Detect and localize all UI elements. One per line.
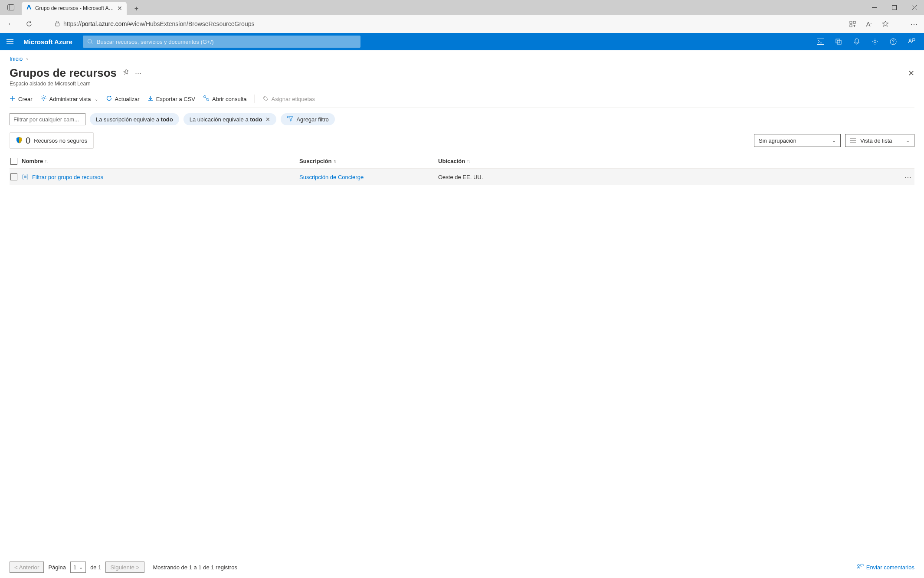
svg-rect-19 [836, 39, 840, 43]
apps-icon[interactable] [846, 17, 859, 30]
add-filter-icon [287, 116, 293, 123]
browser-refresh-button[interactable] [22, 16, 36, 31]
insecure-count: 0 [26, 136, 30, 146]
table-row[interactable]: Filtrar por grupo de recursos Suscripció… [10, 169, 914, 185]
svg-rect-9 [850, 25, 852, 27]
column-header-location[interactable]: Ubicación↑↓ [438, 158, 914, 164]
svg-point-21 [874, 41, 876, 43]
browser-back-button[interactable]: ← [3, 16, 18, 31]
sort-icon: ↑↓ [333, 159, 336, 163]
open-query-button[interactable]: Abrir consulta [203, 95, 246, 103]
refresh-button[interactable]: Actualizar [106, 95, 140, 103]
read-aloud-icon[interactable]: A" [862, 17, 875, 30]
svg-rect-0 [8, 5, 14, 10]
svg-rect-6 [56, 23, 59, 26]
tab-title: Grupo de recursos - Microsoft A… [35, 5, 114, 11]
svg-rect-7 [850, 21, 852, 23]
shield-icon [16, 137, 22, 145]
svg-rect-20 [837, 40, 841, 44]
create-button[interactable]: Crear [10, 95, 33, 103]
feedback-icon[interactable] [902, 33, 921, 50]
assign-tags-button: Asignar etiquetas [262, 95, 315, 103]
svg-point-31 [204, 96, 206, 98]
azure-favicon-icon [26, 5, 32, 12]
breadcrumb-home[interactable]: Inicio [10, 56, 23, 62]
row-more-icon[interactable]: ⋯ [901, 173, 914, 181]
filter-input[interactable] [10, 113, 85, 125]
location-cell: Oeste de EE. UU. [438, 174, 901, 180]
svg-point-34 [264, 97, 265, 98]
settings-icon[interactable] [866, 33, 884, 50]
toolbar-separator [254, 95, 255, 103]
page-subtitle: Espacio aislado de Microsoft Learn [10, 81, 914, 87]
column-header-subscription[interactable]: Suscripción ↑↓ [299, 158, 438, 164]
favorites-icon[interactable] [879, 17, 892, 30]
column-header-name[interactable]: Nombre ↑↓ [22, 158, 299, 164]
resource-group-link[interactable]: Filtrar por grupo de recursos [32, 174, 103, 180]
query-icon [203, 95, 210, 103]
page-title: Grupos de recursos [10, 66, 117, 80]
window-close-button[interactable] [904, 0, 924, 15]
filter-pill-location[interactable]: La ubicación equivale a todo ✕ [183, 113, 277, 125]
manage-view-button[interactable]: Administrar vista ⌄ [40, 95, 98, 103]
chevron-right-icon: › [26, 56, 28, 62]
remove-filter-icon[interactable]: ✕ [265, 116, 270, 123]
svg-point-23 [893, 43, 893, 43]
refresh-icon [106, 95, 112, 103]
svg-rect-17 [817, 39, 824, 45]
browser-menu-button[interactable]: ⋯ [908, 17, 921, 30]
chevron-down-icon: ⌄ [906, 138, 910, 144]
row-checkbox[interactable] [10, 173, 17, 180]
select-all-checkbox[interactable] [10, 158, 17, 165]
cloud-shell-icon[interactable] [811, 33, 829, 50]
svg-rect-8 [853, 21, 855, 23]
insecure-label: Recursos no seguros [34, 137, 87, 144]
download-icon [147, 95, 154, 103]
svg-line-16 [91, 43, 93, 45]
subscription-link[interactable]: Suscripción de Concierge [299, 174, 438, 180]
plus-icon [10, 95, 16, 103]
url-text: https://portal.azure.com/#view/HubsExten… [63, 20, 838, 27]
chevron-down-icon: ⌄ [832, 138, 836, 144]
new-tab-button[interactable]: + [130, 3, 142, 15]
window-maximize-button[interactable] [884, 0, 904, 15]
close-blade-button[interactable]: ✕ [908, 69, 914, 78]
global-search-input[interactable]: Buscar recursos, servicios y documentos … [83, 36, 360, 48]
tab-close-icon[interactable]: ✕ [117, 5, 122, 12]
sort-icon: ↑↓ [45, 159, 47, 163]
directories-icon[interactable] [829, 33, 848, 50]
list-icon [850, 137, 856, 144]
lock-icon [55, 20, 60, 28]
svg-point-24 [909, 39, 911, 41]
add-filter-button[interactable]: Agregar filtro [281, 113, 334, 125]
svg-rect-40 [24, 176, 26, 178]
notifications-icon[interactable] [848, 33, 866, 50]
chevron-down-icon: ⌄ [95, 97, 98, 101]
gear-icon [40, 95, 47, 103]
window-minimize-button[interactable] [864, 0, 884, 15]
filter-pill-subscription[interactable]: La suscripción equivale a todo [90, 113, 179, 125]
azure-brand[interactable]: Microsoft Azure [23, 38, 72, 46]
sort-icon: ↑↓ [467, 159, 469, 163]
more-icon[interactable]: ⋯ [135, 69, 141, 77]
svg-point-28 [43, 97, 44, 99]
help-icon[interactable] [884, 33, 902, 50]
view-mode-dropdown[interactable]: Vista de lista ⌄ [845, 134, 914, 147]
svg-rect-3 [892, 5, 896, 10]
tab-actions-icon[interactable] [0, 4, 22, 10]
svg-point-32 [207, 99, 209, 101]
svg-point-15 [88, 39, 92, 43]
browser-tab[interactable]: Grupo de recursos - Microsoft A… ✕ [22, 2, 127, 15]
svg-rect-25 [912, 39, 915, 41]
svg-line-33 [206, 98, 207, 99]
address-bar[interactable]: https://portal.azure.com/#view/HubsExten… [50, 17, 842, 30]
hamburger-menu-button[interactable] [3, 39, 16, 44]
grouping-dropdown[interactable]: Sin agrupación ⌄ [754, 134, 841, 147]
search-placeholder: Buscar recursos, servicios y documentos … [97, 39, 214, 45]
resource-group-icon [22, 173, 29, 180]
pin-icon[interactable] [123, 69, 129, 77]
tag-icon [262, 95, 269, 103]
export-csv-button[interactable]: Exportar a CSV [147, 95, 195, 103]
insecure-resources-box[interactable]: 0 Recursos no seguros [10, 132, 94, 149]
